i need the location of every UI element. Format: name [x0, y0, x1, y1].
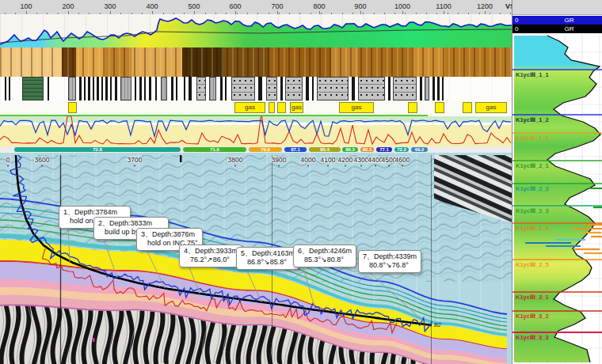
marker-speck	[93, 338, 95, 342]
lithology-block-coal	[171, 77, 173, 100]
horizon-label: K1ycⅢ_1_3	[516, 135, 549, 142]
inclination-segment: 87.1	[284, 147, 307, 152]
gas-curves-track	[0, 116, 512, 146]
lithology-block-coal	[420, 77, 422, 100]
md-tick-label: 4300	[354, 156, 369, 164]
horizon-label: K1ycⅢ_3_3	[516, 334, 549, 341]
geosteering-app: VS 1002003004005006007008009001000110012…	[0, 0, 602, 364]
gas-flag	[463, 102, 472, 113]
lithology-block-sand	[209, 77, 216, 100]
lithology-block-sand	[196, 77, 206, 100]
lithology-block-sand	[120, 77, 131, 100]
lithology-block-coal	[176, 77, 177, 100]
lithology-block-coal	[258, 77, 262, 100]
horizon-label: K1ycⅢ_3_2	[516, 313, 549, 320]
inclination-segment: 77.1	[376, 147, 392, 152]
horizon-label: K1ycⅢ_1_1	[516, 71, 549, 78]
lithology-block-coal	[9, 77, 10, 100]
md-tick-label: 4100	[321, 156, 336, 164]
survey-annotation[interactable]: 7、Depth:4339m80.8°↘76.8°	[358, 250, 421, 273]
gas-flag: gas	[290, 102, 303, 113]
lithology-block-coal	[149, 77, 151, 100]
horizon-label: K1ycⅢ_2_1	[516, 162, 549, 169]
survey-annotation[interactable]: 4、Depth:3933m76.2°↗86.0°	[179, 245, 242, 267]
ruler-tick-label: 700	[271, 2, 283, 10]
md-tick-label: 4600	[395, 156, 410, 164]
md-tick-label: 3600	[35, 156, 50, 164]
ruler-tick-label: 600	[229, 2, 241, 10]
gas-flag	[68, 102, 77, 113]
horizon-label: K1ycⅢ_2_3	[516, 207, 549, 214]
ruler-tick-label: 200	[62, 2, 74, 10]
inclination-segment: 71.0	[183, 147, 246, 152]
survey-annotation[interactable]: 6、Depth:4246m85.3°↘80.8°	[293, 245, 356, 267]
lithology-block-sand	[161, 77, 167, 100]
lithology-block-sand	[231, 77, 255, 100]
lithology-block-coal	[388, 77, 391, 100]
lithology-block-coal	[184, 77, 185, 100]
horizon-label: K1ycⅢ_1_2	[516, 116, 549, 123]
gas-flag: gas	[475, 102, 507, 113]
lithology-block-coal	[110, 77, 112, 100]
lithology-block-coal	[79, 77, 82, 100]
lithology-block-green	[22, 77, 44, 100]
ruler-tick-label: 900	[354, 2, 366, 10]
vs-ruler: VS 1002003004005006007008009001000110012…	[0, 0, 512, 15]
lithology-block-coal	[442, 77, 444, 100]
lithology-block-coal	[189, 77, 192, 100]
lithology-block-coal	[155, 77, 157, 100]
lithology-block-coal	[101, 77, 103, 100]
lithology-block-sand	[266, 77, 277, 100]
inclination-segment: 85.4	[309, 147, 341, 152]
md-tick-label: 0	[6, 156, 10, 164]
lithology-block-coal	[312, 77, 314, 100]
gr-scale-min: 0	[515, 25, 518, 33]
lithology-block-coal	[225, 77, 227, 100]
horizon-label: K1ycⅢ_2_5	[516, 261, 549, 268]
lithology-block-coal	[144, 77, 146, 100]
lithology-block-sand	[68, 77, 76, 100]
ruler-tick-label: 500	[188, 2, 200, 10]
inclination-segment: 69.2	[411, 147, 428, 152]
lithology-block-sand	[393, 77, 417, 100]
gas-flag: gas	[234, 102, 265, 113]
inclination-segment: 72.8	[14, 147, 181, 152]
gr-scale-min: 0	[515, 16, 518, 25]
horizon-label: K1ycⅢ_3_1	[516, 294, 549, 301]
gas-flag	[408, 102, 417, 113]
lithology-track	[0, 77, 512, 100]
inclination-bar: 72.871.079.987.185.486.380.377.172.269.2	[0, 146, 512, 153]
lithology-block-coal	[97, 77, 99, 100]
gr-curve-header-blue: 0 GR	[512, 16, 602, 25]
lithology-block-coal	[48, 77, 49, 100]
ruler-tick-label: 400	[146, 2, 158, 10]
gas-flag	[269, 102, 275, 113]
lithology-block-coal	[306, 77, 309, 100]
md-tick-label: 4000	[301, 156, 316, 164]
target-label-b2: B2	[434, 322, 441, 328]
lithology-block-coal	[84, 77, 86, 100]
lithology-block-coal	[93, 77, 94, 100]
ruler-tick-label: 1100	[436, 2, 451, 10]
lithology-block-coal	[105, 77, 108, 100]
md-major-tick	[180, 155, 182, 162]
ruler-tick-label: 1000	[394, 2, 410, 10]
lithology-block-coal	[135, 77, 136, 100]
lithology-block-coal	[220, 77, 223, 100]
survey-annotation[interactable]: 5、Depth:4163m86.8°↘85.8°	[236, 247, 299, 270]
gr-curve-label: GR	[565, 16, 574, 25]
md-tick-label: 3800	[228, 156, 243, 164]
gas-flag: gas	[339, 102, 374, 113]
inclination-segment: 86.3	[342, 147, 358, 152]
inclination-segment: 80.3	[360, 147, 374, 152]
lithology-block-coal	[115, 77, 117, 100]
lithology-block-coal	[280, 77, 283, 100]
ruler-tick-label: 800	[313, 2, 325, 10]
gas-flag	[277, 102, 286, 113]
lithology-block-coal	[5, 77, 6, 100]
gr-log-panel: 0 GR 0 GR K1ycⅢ_1_1K1ycⅢ_1_2K1ycⅢ_1_3K1y…	[512, 0, 602, 364]
lithology-block-coal	[139, 77, 142, 100]
gas-flag	[435, 102, 444, 113]
ruler-tick-label: 1200	[477, 2, 493, 10]
gr-log-plot[interactable]: K1ycⅢ_1_1K1ycⅢ_1_2K1ycⅢ_1_3K1ycⅢ_2_1K1yc…	[512, 35, 602, 364]
